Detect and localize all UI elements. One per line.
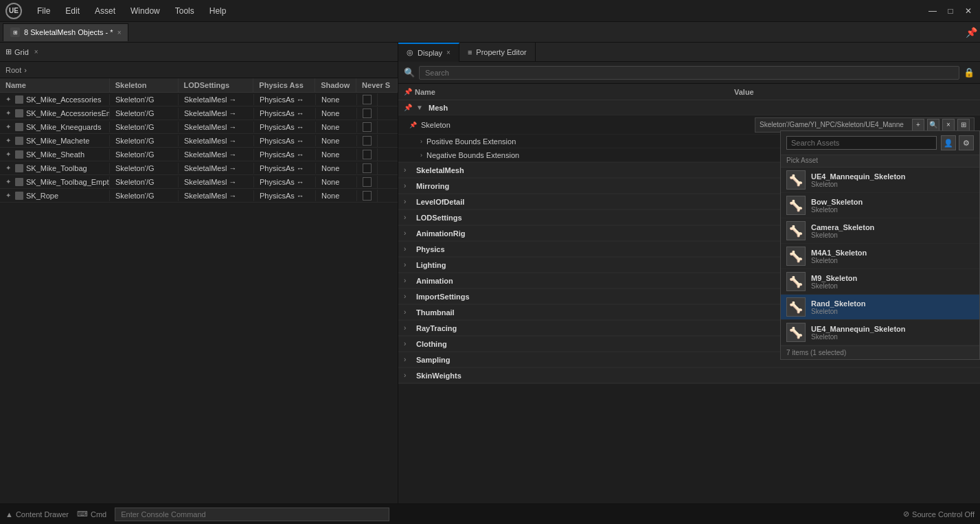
asset-footer: 7 items (1 selected)	[781, 345, 979, 359]
menu-edit[interactable]: Edit	[58, 3, 87, 19]
skeleton-grid-button[interactable]: ⊞	[957, 119, 970, 131]
asset-item[interactable]: 🦴 UE4_Mannequin_Skeleton Skeleton	[781, 168, 979, 193]
property-editor-label: Property Editor	[476, 48, 526, 56]
skeleton-value-text: Skeleton'/Game/YI_NPC/Skeleton/UE4_Manne	[760, 121, 909, 128]
cell-color	[357, 107, 378, 119]
cell-skeleton: Skeleton'/G	[110, 135, 179, 146]
display-tab-close[interactable]: ×	[446, 49, 451, 56]
section-label: Clothing	[416, 340, 447, 348]
breadcrumb-root: Root	[5, 66, 21, 74]
skeleton-label: Skeleton	[421, 121, 751, 129]
minimize-button[interactable]: —	[926, 5, 939, 17]
picker-user-button[interactable]: 👤	[941, 135, 956, 150]
menu-asset[interactable]: Asset	[88, 3, 122, 19]
asset-avatar: 🦴	[786, 170, 806, 190]
asset-item[interactable]: 🦴 Camera_Skeleton Skeleton	[781, 218, 979, 244]
cell-shadow: None	[316, 190, 357, 201]
picker-settings-button[interactable]: ⚙	[959, 135, 974, 150]
cell-physics: PhysicsAs ↔	[254, 176, 316, 187]
tab-property-editor[interactable]: ≡ Property Editor	[459, 43, 536, 62]
asset-item[interactable]: 🦴 M4A1_Skeleton Skeleton	[781, 244, 979, 269]
prop-pin-icon: 📌	[404, 88, 412, 95]
asset-item[interactable]: 🦴 M9_Skeleton Skeleton	[781, 269, 979, 295]
row-icon	[15, 192, 23, 200]
asset-avatar: 🦴	[786, 323, 806, 342]
title-bar: UE File Edit Asset Window Tools Help — □…	[0, 0, 980, 22]
cell-lod: SkeletalMesl →	[179, 163, 254, 174]
grid-icon: ⊞	[5, 47, 12, 56]
skeleton-clear-button[interactable]: ×	[942, 119, 955, 131]
source-control-icon: ⊘	[903, 510, 909, 519]
search-bar: 🔍 🔒	[398, 62, 980, 84]
asset-info: UE4_Mannequin_Skeleton Skeleton	[811, 172, 906, 188]
cell-physics: PhysicsAs ↔	[254, 135, 316, 146]
asset-item[interactable]: 🦴 Rand_Skeleton Skeleton	[781, 295, 979, 320]
star-icon: ✦	[5, 178, 11, 185]
asset-type: Skeleton	[811, 257, 867, 264]
star-icon: ✦	[5, 150, 11, 158]
menu-help[interactable]: Help	[203, 3, 233, 19]
table-row[interactable]: ✦ SK_Mike_Toolbag_Empty Skeleton'/G Skel…	[0, 175, 398, 189]
maximize-button[interactable]: □	[944, 5, 957, 17]
col-physics: Physics Ass	[253, 78, 315, 92]
table-row[interactable]: ✦ SK_Mike_Kneeguards Skeleton'/G Skeleta…	[0, 120, 398, 134]
grid-label: Grid	[14, 48, 29, 56]
table-row[interactable]: ✦ SK_Mike_Toolbag Skeleton'/G SkeletalMe…	[0, 161, 398, 175]
col-shadow: Shadow	[315, 78, 356, 92]
grid-close-button[interactable]: ×	[34, 48, 38, 56]
section-arrow: ›	[404, 198, 412, 205]
skeleton-add-button[interactable]: +	[912, 119, 924, 131]
negative-bounds-label: Negative Bounds Extension	[426, 151, 519, 159]
section-label: ImportSettings	[416, 293, 470, 301]
skeleton-browse-button[interactable]: 🔍	[927, 119, 939, 131]
table-row[interactable]: ✦ SK_Rope Skeleton'/G SkeletalMesl → Phy…	[0, 189, 398, 203]
section-arrow: ›	[404, 340, 412, 348]
color-swatch	[363, 177, 372, 187]
positive-bounds-label: Positive Bounds Extension	[426, 137, 516, 146]
cell-lod: SkeletalMesl →	[179, 135, 254, 146]
section-label: SkeletalMesh	[416, 166, 464, 174]
cell-name: ✦ SK_Mike_AccessoriesEmpty	[0, 108, 110, 119]
asset-type: Skeleton	[811, 206, 863, 214]
section-arrow: ›	[404, 308, 412, 316]
asset-avatar: 🦴	[786, 247, 806, 266]
asset-table: Name Skeleton LODSettings Physics Ass Sh…	[0, 78, 398, 503]
section-header-skinweights[interactable]: › SkinWeights	[398, 368, 980, 383]
console-input[interactable]	[115, 508, 389, 521]
close-button[interactable]: ✕	[962, 5, 975, 17]
cell-name: ✦ SK_Mike_Toolbag_Empty	[0, 176, 110, 187]
mesh-section-header[interactable]: 📌 ▼ Mesh	[398, 100, 980, 115]
cell-skeleton: Skeleton'/G	[110, 190, 179, 201]
cell-color	[357, 93, 378, 106]
tab-close-button[interactable]: ×	[117, 29, 122, 36]
cell-lod: SkeletalMesl →	[179, 190, 254, 201]
table-row[interactable]: ✦ SK_Mike_Accessories Skeleton'/G Skelet…	[0, 93, 398, 106]
asset-avatar: 🦴	[786, 297, 806, 317]
cell-skeleton: Skeleton'/G	[110, 163, 179, 174]
section-label: Mirroring	[416, 182, 449, 190]
cell-lod: SkeletalMesl →	[179, 176, 254, 187]
menu-tools[interactable]: Tools	[168, 3, 201, 19]
prop-col-value-label: Value	[734, 88, 975, 96]
cell-physics: PhysicsAs ↔	[254, 94, 316, 105]
source-control-item[interactable]: ⊘ Source Control Off	[903, 510, 975, 519]
asset-item[interactable]: 🦴 Bow_Skeleton Skeleton	[781, 193, 979, 218]
search-input[interactable]	[419, 66, 959, 80]
cell-physics: PhysicsAs ↔	[254, 190, 316, 201]
menu-file[interactable]: File	[30, 3, 57, 19]
color-swatch	[363, 109, 372, 118]
title-bar-controls: — □ ✕	[926, 5, 975, 17]
asset-search-input[interactable]	[786, 136, 937, 150]
content-drawer-item[interactable]: ▲ Content Drawer	[5, 510, 69, 519]
table-row[interactable]: ✦ SK_Mike_Machete Skeleton'/G SkeletalMe…	[0, 134, 398, 148]
color-swatch	[363, 136, 372, 146]
tab-display[interactable]: ◎ Display ×	[398, 43, 459, 62]
menu-window[interactable]: Window	[124, 3, 167, 19]
table-row[interactable]: ✦ SK_Mike_AccessoriesEmpty Skeleton'/G S…	[0, 106, 398, 120]
table-row[interactable]: ✦ SK_Mike_Sheath Skeleton'/G SkeletalMes…	[0, 148, 398, 161]
asset-avatar: 🦴	[786, 196, 806, 215]
asset-type: Skeleton	[811, 282, 857, 290]
main-tab[interactable]: ⊞ 8 SkeletalMesh Objects - * ×	[3, 23, 128, 41]
grid-tab[interactable]: ⊞ Grid	[5, 47, 29, 56]
asset-item[interactable]: 🦴 UE4_Mannequin_Skeleton Skeleton	[781, 320, 979, 345]
